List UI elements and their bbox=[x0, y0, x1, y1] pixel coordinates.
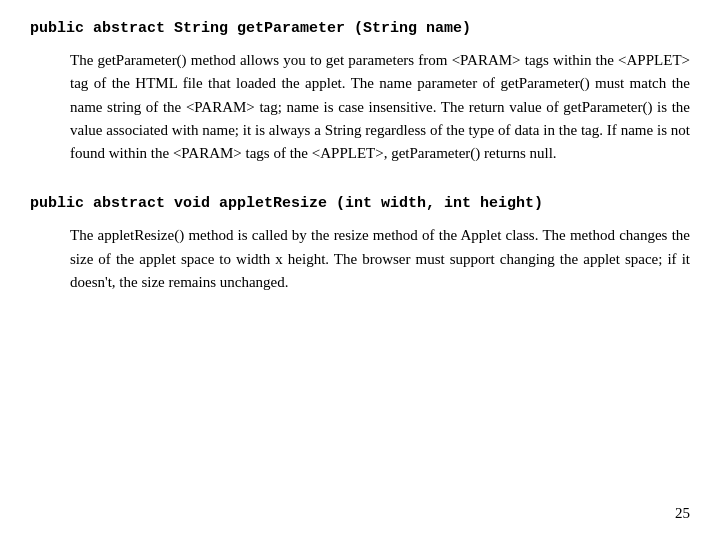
section1: public abstract String getParameter (Str… bbox=[30, 20, 690, 165]
section2: public abstract void appletResize (int w… bbox=[30, 195, 690, 294]
page-number: 25 bbox=[675, 505, 690, 522]
section1-header: public abstract String getParameter (Str… bbox=[30, 20, 690, 37]
section1-body: The getParameter() method allows you to … bbox=[70, 49, 690, 165]
section2-header: public abstract void appletResize (int w… bbox=[30, 195, 690, 212]
section2-body: The appletResize() method is called by t… bbox=[70, 224, 690, 294]
